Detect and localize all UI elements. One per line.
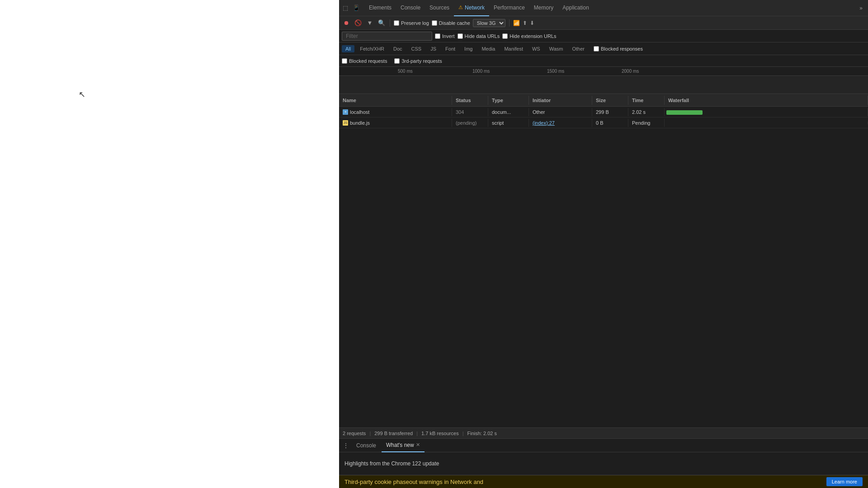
more-tabs-icon[interactable]: » bbox=[856, 3, 866, 13]
waterfall-bar bbox=[666, 110, 703, 115]
table-row[interactable]: ≡ localhost 304 docum... Other 299 B 2.0… bbox=[339, 107, 868, 117]
tab-memory[interactable]: Memory bbox=[529, 0, 558, 16]
learn-more-button[interactable]: Learn more bbox=[826, 477, 863, 486]
timeline-mark-1000: 1000 ms bbox=[472, 69, 490, 74]
preserve-log-checkbox[interactable]: Preserve log bbox=[394, 20, 429, 26]
record-stop-button[interactable]: ⏺ bbox=[342, 19, 351, 28]
tab-network[interactable]: ⚠ Network bbox=[454, 0, 489, 16]
th-size[interactable]: Size bbox=[592, 96, 628, 105]
type-btn-media[interactable]: Media bbox=[478, 45, 499, 52]
td-time-bundle: Pending bbox=[628, 119, 665, 127]
status-requests: 2 requests bbox=[343, 431, 366, 436]
td-type-localhost: docum... bbox=[488, 108, 529, 116]
td-waterfall-bundle bbox=[665, 122, 868, 124]
console-area: ⋮ Console What's new ✕ Highlights from t… bbox=[339, 438, 868, 488]
timeline-area: 500 ms 1000 ms 1500 ms 2000 ms bbox=[339, 67, 868, 94]
blocked-requests-row: Blocked requests 3rd-party requests bbox=[339, 55, 868, 67]
throttle-select[interactable]: Slow 3G bbox=[473, 19, 505, 27]
table-row[interactable]: JS bundle.js (pending) script (index):27… bbox=[339, 117, 868, 128]
console-tab-whatsnew[interactable]: What's new ✕ bbox=[382, 439, 425, 452]
type-btn-wasm[interactable]: Wasm bbox=[546, 45, 567, 52]
download-icon[interactable]: ⬇ bbox=[530, 20, 534, 26]
type-btn-manifest[interactable]: Manifest bbox=[500, 45, 527, 52]
th-waterfall[interactable]: Waterfall bbox=[665, 96, 868, 105]
tab-sources[interactable]: Sources bbox=[425, 0, 454, 16]
blocked-requests-checkbox[interactable]: Blocked requests bbox=[342, 58, 387, 64]
devtools-panel: ⬚ 📱 Elements Console Sources ⚠ Network P… bbox=[339, 0, 868, 488]
td-type-bundle: script bbox=[488, 119, 529, 127]
td-status-bundle: (pending) bbox=[452, 119, 488, 127]
wifi-icon[interactable]: 📶 bbox=[513, 20, 520, 26]
hide-data-urls-input[interactable] bbox=[458, 33, 463, 39]
th-name[interactable]: Name bbox=[339, 96, 452, 105]
tab-application[interactable]: Application bbox=[558, 0, 594, 16]
th-status[interactable]: Status bbox=[452, 96, 488, 105]
disable-cache-checkbox[interactable]: Disable cache bbox=[432, 20, 470, 26]
status-sep-2: | bbox=[416, 431, 418, 436]
type-btn-doc[interactable]: Doc bbox=[390, 45, 406, 52]
console-menu-icon[interactable]: ⋮ bbox=[341, 440, 351, 451]
invert-checkbox[interactable]: Invert bbox=[435, 33, 455, 39]
preserve-log-input[interactable] bbox=[394, 20, 399, 26]
network-toolbar: ⏺ 🚫 ▼ 🔍 Preserve log Disable cache Slow … bbox=[339, 16, 868, 30]
mouse-cursor: ↖ bbox=[79, 89, 85, 98]
invert-input[interactable] bbox=[435, 33, 440, 39]
file-icon-js: JS bbox=[343, 120, 348, 126]
blocked-requests-input[interactable] bbox=[342, 58, 347, 64]
console-tab-bar: ⋮ Console What's new ✕ bbox=[339, 439, 868, 452]
status-resources: 1.7 kB resources bbox=[421, 431, 459, 436]
inspect-element-icon[interactable]: ⬚ bbox=[341, 4, 350, 13]
hide-extension-urls-checkbox[interactable]: Hide extension URLs bbox=[502, 33, 556, 39]
type-btn-css[interactable]: CSS bbox=[408, 45, 425, 52]
status-sep-3: | bbox=[462, 431, 464, 436]
td-time-localhost: 2.02 s bbox=[628, 108, 665, 116]
status-bar: 2 requests | 299 B transferred | 1.7 kB … bbox=[339, 427, 868, 438]
timeline-graph[interactable] bbox=[339, 76, 868, 94]
status-finish: Finish: 2.02 s bbox=[467, 431, 497, 436]
clear-button[interactable]: 🚫 bbox=[354, 19, 363, 28]
blocked-responses-checkbox[interactable]: Blocked responses bbox=[594, 46, 643, 52]
timeline-mark-1500: 1500 ms bbox=[547, 69, 564, 74]
filter-row: Invert Hide data URLs Hide extension URL… bbox=[339, 30, 868, 42]
filter-input[interactable] bbox=[342, 32, 432, 41]
table-body: ≡ localhost 304 docum... Other 299 B 2.0… bbox=[339, 107, 868, 427]
tab-console[interactable]: Console bbox=[396, 0, 425, 16]
type-btn-font[interactable]: Font bbox=[442, 45, 459, 52]
td-size-bundle: 0 B bbox=[592, 119, 628, 127]
tab-elements[interactable]: Elements bbox=[364, 0, 396, 16]
hide-extension-urls-input[interactable] bbox=[502, 33, 508, 39]
td-initiator-bundle[interactable]: (index):27 bbox=[529, 119, 592, 127]
search-button[interactable]: 🔍 bbox=[377, 19, 386, 28]
file-icon-doc: ≡ bbox=[343, 109, 348, 115]
type-btn-other[interactable]: Other bbox=[568, 45, 588, 52]
close-whatsnew-tab[interactable]: ✕ bbox=[416, 442, 420, 448]
type-btn-js[interactable]: JS bbox=[427, 45, 440, 52]
devtools-icon-buttons: ⬚ 📱 bbox=[341, 4, 361, 13]
td-name-localhost: ≡ localhost bbox=[339, 108, 452, 116]
third-party-requests-input[interactable] bbox=[394, 58, 400, 64]
type-btn-ws[interactable]: WS bbox=[528, 45, 544, 52]
type-btn-all[interactable]: All bbox=[342, 45, 354, 52]
separator-2 bbox=[509, 19, 509, 27]
console-bottom-highlight: Third-party cookie phaseout warnings in … bbox=[339, 475, 868, 488]
browser-page-area: ↖ bbox=[0, 0, 339, 488]
console-tab-console[interactable]: Console bbox=[352, 439, 381, 452]
disable-cache-input[interactable] bbox=[432, 20, 437, 26]
device-emulation-icon[interactable]: 📱 bbox=[352, 4, 361, 13]
hide-data-urls-checkbox[interactable]: Hide data URLs bbox=[458, 33, 500, 39]
separator-1 bbox=[390, 19, 390, 27]
th-initiator[interactable]: Initiator bbox=[529, 96, 592, 105]
third-party-requests-checkbox[interactable]: 3rd-party requests bbox=[394, 58, 442, 64]
table-header: Name Status Type Initiator Size Time Wat… bbox=[339, 94, 868, 107]
tab-performance[interactable]: Performance bbox=[489, 0, 529, 16]
th-type[interactable]: Type bbox=[488, 96, 529, 105]
status-sep-1: | bbox=[369, 431, 371, 436]
type-btn-img[interactable]: Img bbox=[461, 45, 476, 52]
th-time[interactable]: Time bbox=[628, 96, 665, 105]
upload-icon[interactable]: ⬆ bbox=[523, 20, 527, 26]
type-btn-fetch-xhr[interactable]: Fetch/XHR bbox=[356, 45, 388, 52]
filter-icon[interactable]: ▼ bbox=[365, 19, 374, 28]
timeline-ruler: 500 ms 1000 ms 1500 ms 2000 ms bbox=[339, 67, 868, 76]
td-size-localhost: 299 B bbox=[592, 108, 628, 116]
blocked-responses-input[interactable] bbox=[594, 46, 599, 52]
